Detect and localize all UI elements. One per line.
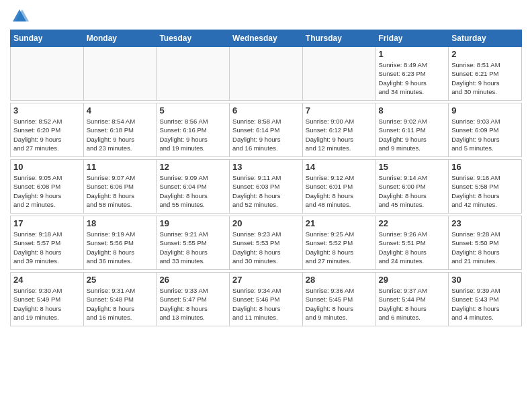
header xyxy=(10,7,522,26)
weekday-header-tuesday: Tuesday xyxy=(157,30,230,47)
table-row: 13Sunrise: 9:11 AM Sunset: 6:03 PM Dayli… xyxy=(230,160,303,214)
day-number: 19 xyxy=(159,218,226,228)
table-row: 25Sunrise: 9:31 AM Sunset: 5:48 PM Dayli… xyxy=(83,273,157,326)
day-info: Sunrise: 9:23 AM Sunset: 5:53 PM Dayligh… xyxy=(232,230,300,265)
day-info: Sunrise: 9:33 AM Sunset: 5:47 PM Dayligh… xyxy=(159,286,226,322)
day-number: 24 xyxy=(13,275,81,285)
table-row: 5Sunrise: 8:56 AM Sunset: 6:16 PM Daylig… xyxy=(157,103,230,157)
day-number: 8 xyxy=(379,105,446,116)
table-row xyxy=(11,47,84,101)
table-row: 26Sunrise: 9:33 AM Sunset: 5:47 PM Dayli… xyxy=(157,273,230,326)
day-number: 13 xyxy=(232,162,300,172)
table-row xyxy=(230,47,303,101)
table-row: 14Sunrise: 9:12 AM Sunset: 6:01 PM Dayli… xyxy=(302,160,375,214)
table-row: 30Sunrise: 9:39 AM Sunset: 5:43 PM Dayli… xyxy=(449,273,522,326)
calendar-table: SundayMondayTuesdayWednesdayThursdayFrid… xyxy=(10,30,522,326)
table-row: 12Sunrise: 9:09 AM Sunset: 6:04 PM Dayli… xyxy=(157,160,230,214)
table-row: 11Sunrise: 9:07 AM Sunset: 6:06 PM Dayli… xyxy=(83,160,157,214)
table-row xyxy=(302,47,375,101)
day-number: 26 xyxy=(159,275,226,285)
day-info: Sunrise: 9:31 AM Sunset: 5:48 PM Dayligh… xyxy=(87,286,154,322)
day-number: 12 xyxy=(159,162,226,172)
day-number: 16 xyxy=(451,162,519,172)
day-number: 17 xyxy=(13,218,81,228)
table-row: 20Sunrise: 9:23 AM Sunset: 5:53 PM Dayli… xyxy=(230,216,303,270)
table-row: 29Sunrise: 9:37 AM Sunset: 5:44 PM Dayli… xyxy=(375,273,449,326)
header-row: SundayMondayTuesdayWednesdayThursdayFrid… xyxy=(11,30,522,47)
day-number: 1 xyxy=(379,49,446,59)
day-number: 30 xyxy=(451,275,519,285)
weekday-header-sunday: Sunday xyxy=(11,30,84,47)
table-row: 23Sunrise: 9:28 AM Sunset: 5:50 PM Dayli… xyxy=(449,216,522,270)
table-row: 28Sunrise: 9:36 AM Sunset: 5:45 PM Dayli… xyxy=(302,273,375,326)
day-info: Sunrise: 9:16 AM Sunset: 5:58 PM Dayligh… xyxy=(451,173,519,209)
day-info: Sunrise: 9:37 AM Sunset: 5:44 PM Dayligh… xyxy=(379,286,446,322)
day-info: Sunrise: 9:21 AM Sunset: 5:55 PM Dayligh… xyxy=(159,230,226,265)
day-info: Sunrise: 9:25 AM Sunset: 5:52 PM Dayligh… xyxy=(306,230,373,265)
day-info: Sunrise: 8:56 AM Sunset: 6:16 PM Dayligh… xyxy=(159,117,226,152)
day-info: Sunrise: 9:00 AM Sunset: 6:12 PM Dayligh… xyxy=(306,117,373,152)
day-number: 25 xyxy=(87,275,154,285)
table-row: 22Sunrise: 9:26 AM Sunset: 5:51 PM Dayli… xyxy=(375,216,449,270)
table-row xyxy=(157,47,230,101)
weekday-header-wednesday: Wednesday xyxy=(230,30,303,47)
calendar-row: 1Sunrise: 8:49 AM Sunset: 6:23 PM Daylig… xyxy=(11,47,522,101)
day-number: 22 xyxy=(379,218,446,228)
day-number: 9 xyxy=(451,105,519,116)
day-info: Sunrise: 9:02 AM Sunset: 6:11 PM Dayligh… xyxy=(379,117,446,152)
calendar-row: 3Sunrise: 8:52 AM Sunset: 6:20 PM Daylig… xyxy=(11,103,522,157)
day-number: 3 xyxy=(13,105,81,116)
page: SundayMondayTuesdayWednesdayThursdayFrid… xyxy=(0,0,532,411)
table-row: 9Sunrise: 9:03 AM Sunset: 6:09 PM Daylig… xyxy=(449,103,522,157)
day-number: 11 xyxy=(87,162,154,172)
day-info: Sunrise: 9:14 AM Sunset: 6:00 PM Dayligh… xyxy=(379,173,446,209)
day-info: Sunrise: 9:11 AM Sunset: 6:03 PM Dayligh… xyxy=(232,173,300,209)
day-info: Sunrise: 9:05 AM Sunset: 6:08 PM Dayligh… xyxy=(13,173,81,209)
table-row: 27Sunrise: 9:34 AM Sunset: 5:46 PM Dayli… xyxy=(230,273,303,326)
day-number: 18 xyxy=(87,218,154,228)
table-row xyxy=(83,47,157,101)
day-info: Sunrise: 9:34 AM Sunset: 5:46 PM Dayligh… xyxy=(232,286,300,322)
table-row: 6Sunrise: 8:58 AM Sunset: 6:14 PM Daylig… xyxy=(230,103,303,157)
day-number: 15 xyxy=(379,162,446,172)
day-info: Sunrise: 8:54 AM Sunset: 6:18 PM Dayligh… xyxy=(87,117,154,152)
day-number: 10 xyxy=(13,162,81,172)
day-number: 7 xyxy=(306,105,373,116)
day-info: Sunrise: 8:49 AM Sunset: 6:23 PM Dayligh… xyxy=(379,60,446,96)
day-number: 21 xyxy=(306,218,373,228)
day-number: 23 xyxy=(451,218,519,228)
day-info: Sunrise: 9:26 AM Sunset: 5:51 PM Dayligh… xyxy=(379,230,446,265)
calendar-row: 24Sunrise: 9:30 AM Sunset: 5:49 PM Dayli… xyxy=(11,273,522,326)
table-row: 4Sunrise: 8:54 AM Sunset: 6:18 PM Daylig… xyxy=(83,103,157,157)
day-number: 2 xyxy=(451,49,519,59)
day-info: Sunrise: 9:18 AM Sunset: 5:57 PM Dayligh… xyxy=(13,230,81,265)
day-info: Sunrise: 8:58 AM Sunset: 6:14 PM Dayligh… xyxy=(232,117,300,152)
weekday-header-saturday: Saturday xyxy=(449,30,522,47)
day-info: Sunrise: 9:07 AM Sunset: 6:06 PM Dayligh… xyxy=(87,173,154,209)
logo xyxy=(10,7,32,26)
table-row: 2Sunrise: 8:51 AM Sunset: 6:21 PM Daylig… xyxy=(449,47,522,101)
day-info: Sunrise: 9:09 AM Sunset: 6:04 PM Dayligh… xyxy=(159,173,226,209)
day-number: 28 xyxy=(306,275,373,285)
table-row: 1Sunrise: 8:49 AM Sunset: 6:23 PM Daylig… xyxy=(375,47,449,101)
day-info: Sunrise: 9:36 AM Sunset: 5:45 PM Dayligh… xyxy=(306,286,373,322)
calendar-row: 17Sunrise: 9:18 AM Sunset: 5:57 PM Dayli… xyxy=(11,216,522,270)
table-row: 10Sunrise: 9:05 AM Sunset: 6:08 PM Dayli… xyxy=(11,160,84,214)
table-row: 17Sunrise: 9:18 AM Sunset: 5:57 PM Dayli… xyxy=(11,216,84,270)
table-row: 3Sunrise: 8:52 AM Sunset: 6:20 PM Daylig… xyxy=(11,103,84,157)
table-row: 16Sunrise: 9:16 AM Sunset: 5:58 PM Dayli… xyxy=(449,160,522,214)
logo-icon xyxy=(10,7,29,26)
weekday-header-friday: Friday xyxy=(375,30,449,47)
day-number: 5 xyxy=(159,105,226,116)
day-number: 6 xyxy=(232,105,300,116)
day-info: Sunrise: 9:12 AM Sunset: 6:01 PM Dayligh… xyxy=(306,173,373,209)
table-row: 21Sunrise: 9:25 AM Sunset: 5:52 PM Dayli… xyxy=(302,216,375,270)
day-info: Sunrise: 9:19 AM Sunset: 5:56 PM Dayligh… xyxy=(87,230,154,265)
table-row: 8Sunrise: 9:02 AM Sunset: 6:11 PM Daylig… xyxy=(375,103,449,157)
day-info: Sunrise: 8:52 AM Sunset: 6:20 PM Dayligh… xyxy=(13,117,81,152)
weekday-header-monday: Monday xyxy=(83,30,157,47)
day-number: 14 xyxy=(306,162,373,172)
table-row: 15Sunrise: 9:14 AM Sunset: 6:00 PM Dayli… xyxy=(375,160,449,214)
day-info: Sunrise: 8:51 AM Sunset: 6:21 PM Dayligh… xyxy=(451,60,519,96)
day-info: Sunrise: 9:28 AM Sunset: 5:50 PM Dayligh… xyxy=(451,230,519,265)
